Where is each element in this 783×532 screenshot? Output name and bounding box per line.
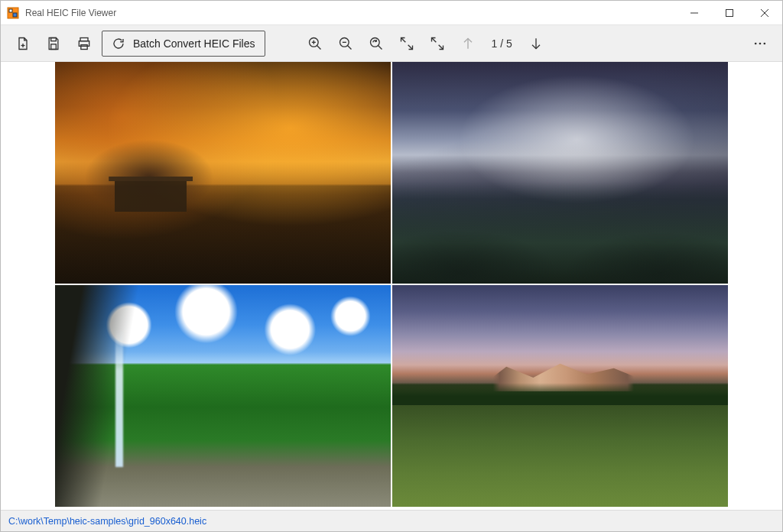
svg-rect-10 <box>51 44 57 49</box>
batch-convert-label: Batch Convert HEIC Files <box>133 37 255 50</box>
svg-line-26 <box>438 44 443 49</box>
fit-screen-icon <box>399 36 414 51</box>
app-window: Real HEIC File Viewer <box>0 0 783 532</box>
image-viewer[interactable] <box>1 62 782 510</box>
svg-rect-2 <box>13 13 17 17</box>
thumbnail-2 <box>392 62 728 284</box>
print-button[interactable] <box>71 31 97 57</box>
toolbar: Batch Convert HEIC Files <box>1 25 782 62</box>
thumbnail-4 <box>392 285 728 507</box>
file-path: C:\work\Temp\heic-samples\grid_960x640.h… <box>8 516 206 527</box>
svg-line-22 <box>378 45 382 49</box>
new-file-button[interactable] <box>10 31 36 57</box>
svg-rect-1 <box>9 9 12 12</box>
actual-size-button[interactable] <box>424 31 450 57</box>
titlebar: Real HEIC File Viewer <box>1 1 782 25</box>
save-button[interactable] <box>41 31 67 57</box>
zoom-out-icon <box>338 36 353 51</box>
svg-point-31 <box>764 42 766 44</box>
svg-rect-13 <box>81 44 87 49</box>
print-icon <box>76 36 92 51</box>
more-icon <box>752 36 768 51</box>
svg-point-21 <box>370 37 379 47</box>
thumbnail-3 <box>55 285 391 507</box>
svg-line-19 <box>347 45 351 49</box>
rotate-button[interactable] <box>363 31 389 57</box>
svg-line-23 <box>401 37 405 42</box>
svg-point-30 <box>759 42 762 44</box>
svg-rect-4 <box>726 9 733 16</box>
rotate-icon <box>369 36 384 51</box>
page-counter: 1 / 5 <box>486 37 518 50</box>
svg-line-15 <box>317 45 320 49</box>
svg-rect-9 <box>51 37 57 41</box>
previous-page-button[interactable] <box>455 31 481 57</box>
actual-size-icon <box>430 36 445 51</box>
more-menu-button[interactable] <box>747 31 773 57</box>
minimize-button[interactable] <box>677 1 712 25</box>
image-grid <box>55 62 728 507</box>
zoom-in-button[interactable] <box>302 31 328 57</box>
fit-screen-button[interactable] <box>394 31 420 57</box>
zoom-in-icon <box>307 36 323 51</box>
svg-line-24 <box>408 44 412 49</box>
svg-line-25 <box>431 37 436 42</box>
window-title: Real HEIC File Viewer <box>25 8 116 18</box>
app-icon <box>7 7 19 19</box>
statusbar: C:\work\Temp\heic-samples\grid_960x640.h… <box>1 510 782 531</box>
next-page-button[interactable] <box>523 31 549 57</box>
svg-point-29 <box>755 42 757 44</box>
arrow-up-icon <box>460 36 476 51</box>
save-icon <box>46 36 61 51</box>
thumbnail-1 <box>55 62 391 284</box>
new-file-icon <box>15 36 31 51</box>
maximize-button[interactable] <box>712 1 747 25</box>
refresh-icon <box>112 37 125 50</box>
batch-convert-button[interactable]: Batch Convert HEIC Files <box>102 31 265 57</box>
close-button[interactable] <box>747 1 782 25</box>
arrow-down-icon <box>528 36 544 51</box>
zoom-out-button[interactable] <box>333 31 359 57</box>
